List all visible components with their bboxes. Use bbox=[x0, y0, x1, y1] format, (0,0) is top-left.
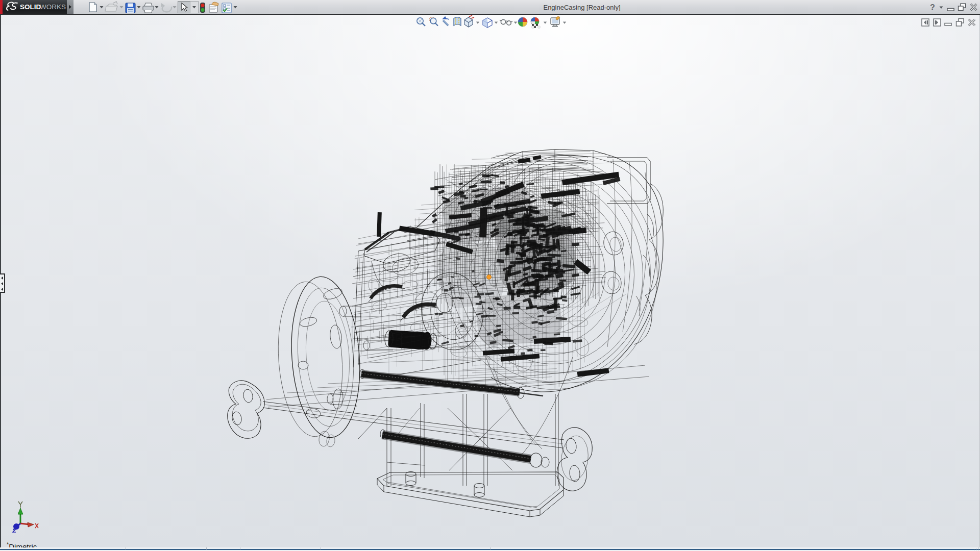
svg-text:?: ? bbox=[930, 3, 935, 12]
